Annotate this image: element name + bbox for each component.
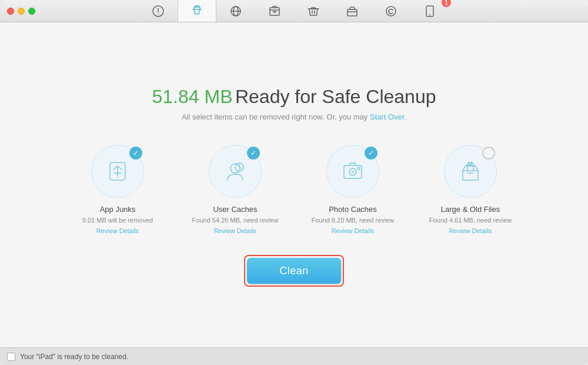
large-old-files-unchecked xyxy=(482,147,495,160)
status-checkbox[interactable] xyxy=(7,353,15,361)
toolbar: 1 xyxy=(0,0,588,22)
clean-button[interactable]: Clean xyxy=(247,258,341,284)
header-section: 51.84 MB Ready for Safe Cleanup All sele… xyxy=(152,86,436,121)
category-user-caches: ✓ User Caches Found 54.26 MB, need revie… xyxy=(188,145,282,234)
main-content: 51.84 MB Ready for Safe Cleanup All sele… xyxy=(0,22,588,347)
large-old-files-icon-circle xyxy=(444,145,497,198)
user-caches-check: ✓ xyxy=(247,147,260,160)
user-caches-review-link[interactable]: Review Details xyxy=(214,227,257,234)
photo-caches-desc: Found 8.20 MB, need review xyxy=(312,216,395,225)
tab-cleaner[interactable] xyxy=(178,0,216,22)
ready-text: Ready for Safe Cleanup xyxy=(235,86,436,107)
tab-toolkit[interactable] xyxy=(333,0,372,22)
tab-uninstall[interactable] xyxy=(255,0,294,22)
photo-caches-icon-circle: ✓ xyxy=(326,145,379,198)
app-junks-desc: 9.01 MB will be removed xyxy=(82,216,153,225)
clean-button-wrapper: Clean xyxy=(247,258,341,284)
categories: ✓ App Junks 9.01 MB will be removed Revi… xyxy=(71,145,517,234)
tab-copyright[interactable] xyxy=(372,0,410,22)
status-text: Your "iPad" is ready to be cleaned. xyxy=(20,353,128,361)
svg-point-1 xyxy=(158,13,159,14)
large-old-files-desc: Found 4.61 MB, need review xyxy=(429,216,512,225)
subtitle: All select items can be removed right no… xyxy=(152,112,436,121)
svg-point-6 xyxy=(386,6,396,16)
tab-internet[interactable] xyxy=(216,0,255,22)
title-line: 51.84 MB Ready for Safe Cleanup xyxy=(152,86,436,108)
device-badge: 1 xyxy=(442,0,451,7)
size-value: 51.84 MB xyxy=(152,86,233,107)
photo-caches-check: ✓ xyxy=(365,147,377,160)
photo-caches-review-link[interactable]: Review Details xyxy=(332,227,375,234)
category-large-old-files: Large & Old Files Found 4.61 MB, need re… xyxy=(423,145,517,234)
category-app-junks: ✓ App Junks 9.01 MB will be removed Revi… xyxy=(71,145,165,234)
app-junks-icon-circle: ✓ xyxy=(91,145,144,198)
user-caches-name: User Caches xyxy=(213,205,257,214)
svg-point-15 xyxy=(358,167,360,170)
tab-trash[interactable] xyxy=(294,0,333,22)
app-junks-check: ✓ xyxy=(129,147,142,160)
photo-caches-name: Photo Caches xyxy=(329,205,377,214)
user-caches-desc: Found 54.26 MB, need review xyxy=(192,216,279,225)
svg-rect-16 xyxy=(463,171,478,180)
large-old-files-review-link[interactable]: Review Details xyxy=(449,227,492,234)
large-old-files-name: Large & Old Files xyxy=(441,205,500,214)
svg-rect-5 xyxy=(348,9,357,16)
tab-device[interactable]: 1 xyxy=(410,0,449,22)
category-photo-caches: ✓ Photo Caches Found 8.20 MB, need revie… xyxy=(306,145,400,234)
title-bar: 1 xyxy=(0,0,588,22)
user-caches-icon-circle: ✓ xyxy=(209,145,262,198)
app-junks-name: App Junks xyxy=(100,205,136,214)
svg-point-8 xyxy=(429,14,430,15)
tab-privacy[interactable] xyxy=(139,0,178,22)
app-junks-review-link[interactable]: Review Details xyxy=(96,227,139,234)
svg-point-14 xyxy=(351,170,355,174)
status-bar: Your "iPad" is ready to be cleaned. xyxy=(0,347,588,365)
start-over-link[interactable]: Start Over. xyxy=(370,112,406,121)
